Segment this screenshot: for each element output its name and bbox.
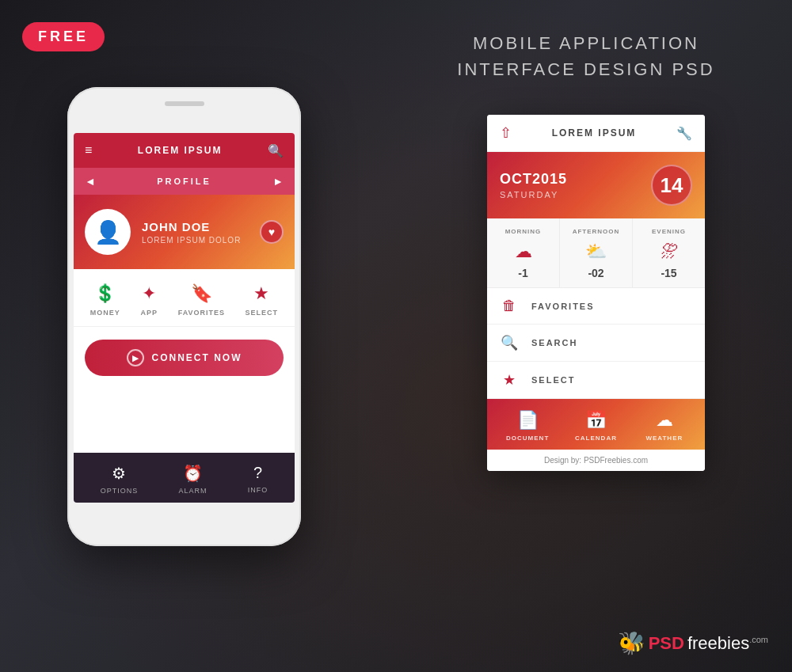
play-circle: ▶: [127, 349, 144, 366]
panel-title: LOREM IPSUM: [552, 127, 637, 139]
day-name: SATURDAY: [500, 190, 567, 199]
evening-label: EVENING: [652, 228, 686, 235]
favorites-icon: 🔖: [191, 283, 212, 304]
phone-speaker: [165, 101, 204, 106]
nav-right-arrow[interactable]: ►: [272, 175, 284, 188]
tab-weather[interactable]: ☁ WEATHER: [630, 410, 699, 442]
morning-icon: ☁: [515, 241, 532, 262]
search-icon[interactable]: 🔍: [268, 143, 284, 158]
weather-afternoon: AFTERNOON ⛅ -02: [560, 218, 633, 287]
menu-item-money[interactable]: 💲 MONEY: [90, 283, 120, 317]
star-list-icon: ★: [500, 371, 519, 389]
afternoon-temp: -02: [588, 267, 604, 279]
heart-icon: ♥: [268, 226, 275, 238]
list-item-select[interactable]: ★ SELECT: [487, 362, 705, 399]
money-icon: 💲: [94, 283, 116, 304]
weather-tab-icon: ☁: [656, 410, 673, 431]
share-icon[interactable]: ⇧: [500, 124, 512, 142]
bottom-item-info[interactable]: ? INFO: [248, 464, 268, 495]
afternoon-icon: ⛅: [585, 241, 607, 262]
bee-icon: 🐝: [618, 630, 645, 656]
phone-left: ≡ LOREM IPSUM 🔍 ◄ PROFILE ► 👤 JOHN DOE L…: [67, 87, 301, 546]
info-icon: ?: [253, 464, 262, 482]
options-label: OPTIONS: [101, 487, 139, 495]
calendar-icon: 📅: [585, 410, 607, 431]
page-title: MOBILE APPLICATION INTERFACE DESIGN PSD: [396, 30, 776, 82]
weather-section: MORNING ☁ -1 AFTERNOON ⛅ -02 EVENING ⛈ -…: [487, 218, 705, 288]
morning-temp: -1: [518, 267, 527, 279]
date-left: OCT2015 SATURDAY: [500, 171, 567, 199]
evening-icon: ⛈: [661, 241, 678, 262]
panel-header: ⇧ LOREM IPSUM 🔧: [487, 115, 705, 152]
weather-label: WEATHER: [645, 435, 683, 442]
connect-section: ▶ CONNECT NOW: [74, 327, 295, 389]
weather-evening: EVENING ⛈ -15: [633, 218, 705, 287]
select-label: SELECT: [246, 309, 279, 317]
heart-button[interactable]: ♥: [260, 220, 284, 244]
menu-item-favorites[interactable]: 🔖 FAVORITES: [178, 283, 225, 317]
trash-icon: 🗑: [500, 298, 519, 314]
profile-nav: ◄ PROFILE ►: [74, 168, 295, 195]
weather-morning: MORNING ☁ -1: [487, 218, 560, 287]
list-item-favorites[interactable]: 🗑 FAVORITES: [487, 288, 705, 325]
select-list-label: SELECT: [531, 375, 575, 385]
info-label: INFO: [248, 486, 268, 494]
month-year: OCT2015: [500, 171, 567, 188]
list-item-search[interactable]: 🔍 SEARCH: [487, 325, 705, 362]
date-number: 14: [661, 173, 683, 198]
avatar-icon: 👤: [94, 219, 122, 245]
afternoon-label: AFTERNOON: [573, 228, 620, 235]
menu-icons: 💲 MONEY ✦ APP 🔖 FAVORITES ★ SELECT: [74, 269, 295, 327]
alarm-label: ALARM: [178, 487, 207, 495]
bottom-nav: ⚙ OPTIONS ⏰ ALARM ? INFO: [74, 453, 295, 503]
morning-label: MORNING: [505, 228, 542, 235]
menu-icon[interactable]: ≡: [85, 143, 92, 158]
calendar-label: CALENDAR: [575, 435, 617, 442]
favorites-label: FAVORITES: [178, 309, 225, 317]
favorites-list-label: FAVORITES: [531, 302, 595, 311]
psd-logo: 🐝 PSD freebies.com: [618, 630, 768, 656]
phone-screen: ≡ LOREM IPSUM 🔍 ◄ PROFILE ► 👤 JOHN DOE L…: [74, 133, 295, 503]
menu-item-app[interactable]: ✦ APP: [140, 283, 158, 317]
profile-subtitle: LOREM IPSUM DOLOR: [142, 236, 241, 245]
avatar: 👤: [85, 209, 131, 255]
free-badge: FREE: [22, 22, 105, 51]
bottom-item-alarm[interactable]: ⏰ ALARM: [178, 464, 207, 495]
nav-label: PROFILE: [157, 177, 211, 186]
app-icon: ✦: [142, 283, 156, 304]
search-list-icon: 🔍: [500, 334, 519, 351]
date-section: OCT2015 SATURDAY 14: [487, 152, 705, 218]
evening-temp: -15: [661, 267, 676, 279]
phone-header-title: LOREM IPSUM: [138, 145, 223, 156]
money-label: MONEY: [90, 309, 120, 317]
profile-section: 👤 JOHN DOE LOREM IPSUM DOLOR ♥: [74, 195, 295, 269]
freebies-text: freebies.com: [687, 633, 768, 654]
tab-document[interactable]: 📄 DOCUMENT: [493, 410, 562, 442]
tab-calendar[interactable]: 📅 CALENDAR: [562, 410, 630, 442]
play-icon: ▶: [132, 354, 140, 363]
app-label: APP: [140, 309, 158, 317]
psd-text: PSD: [649, 633, 684, 654]
search-list-label: SEARCH: [531, 338, 577, 347]
document-label: DOCUMENT: [506, 435, 549, 442]
profile-name: JOHN DOE: [142, 220, 241, 233]
alarm-icon: ⏰: [183, 464, 203, 483]
wrench-icon[interactable]: 🔧: [676, 126, 692, 141]
document-icon: 📄: [517, 410, 539, 431]
design-by: Design by: PSDFreebies.com: [487, 450, 705, 471]
phone-header: ≡ LOREM IPSUM 🔍: [74, 133, 295, 168]
select-icon: ★: [253, 283, 269, 304]
profile-info: JOHN DOE LOREM IPSUM DOLOR: [142, 220, 241, 245]
panel-right: ⇧ LOREM IPSUM 🔧 OCT2015 SATURDAY 14 MORN…: [487, 115, 705, 471]
date-circle: 14: [651, 165, 692, 206]
menu-item-select[interactable]: ★ SELECT: [246, 283, 279, 317]
nav-left-arrow[interactable]: ◄: [85, 175, 96, 188]
panel-bottom-tabs: 📄 DOCUMENT 📅 CALENDAR ☁ WEATHER: [487, 399, 705, 450]
bottom-item-options[interactable]: ⚙ OPTIONS: [101, 464, 139, 495]
options-icon: ⚙: [112, 464, 126, 483]
connect-now-button[interactable]: ▶ CONNECT NOW: [85, 340, 284, 376]
